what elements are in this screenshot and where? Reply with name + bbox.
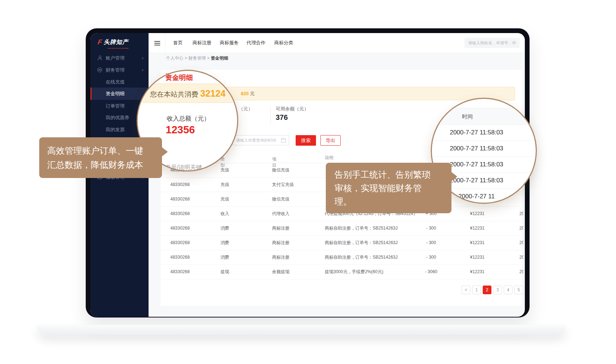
pagination-page-1[interactable]: 1 xyxy=(472,286,481,294)
breadcrumb-current: 资金明细 xyxy=(211,56,228,61)
banner-amount-unit: 元 xyxy=(249,91,255,96)
sidebar-item-label: 在线充值 xyxy=(106,76,125,88)
pagination-prev-button[interactable]: < xyxy=(462,286,470,294)
callout-line: 告别手工统计、告别繁琐 xyxy=(335,168,443,181)
cell-project: 商标注册 xyxy=(272,250,289,264)
sort-caret-icon: ∨ xyxy=(273,156,276,160)
cell-type: 收入 xyxy=(220,207,229,221)
pagination: < 1 2 3 4 5 xyxy=(462,286,523,294)
cell-project: 代理收入 xyxy=(272,207,289,221)
logo-tagline-dots xyxy=(108,48,128,49)
cell-time: 2000-7-27 11:58:03 xyxy=(519,236,523,250)
cell-amount: - 300 xyxy=(415,250,447,264)
cell-project: 商标注册 xyxy=(272,236,289,250)
callout-arrow-icon xyxy=(161,147,168,157)
cell-type: 充值 xyxy=(220,192,229,206)
sidebar-item-label: 我的发票 xyxy=(106,124,125,136)
sidebar-item-funds-detail[interactable]: 资金明细 xyxy=(90,88,149,100)
cell-order-no: 48330268 xyxy=(170,221,190,235)
tab-agent-cooperation[interactable]: 代理合作 xyxy=(247,33,266,53)
table-row: 48330268 消费 商标注册 商标自助注册，订单号：SB2514263J -… xyxy=(161,221,522,236)
lens-card-tab-magnified: 资金明细 xyxy=(165,73,193,82)
cell-time: 2000-7-27 11:58:03 xyxy=(519,207,523,221)
tab-trademark-register[interactable]: 商标注册 xyxy=(192,33,211,53)
cell-amount: - 300 xyxy=(415,236,447,250)
cell-balance: ¥12231 xyxy=(470,236,485,250)
topbar-divider xyxy=(165,33,165,53)
table-row: 48330268 消费 商标注册 商标自助注册，订单号：SB2514263J -… xyxy=(161,236,522,250)
topbar: 首页 商标注册 商标服务 代理合作 商标分类 xyxy=(149,33,525,53)
breadcrumb-path[interactable]: 个人中心 > 财务管理 > xyxy=(166,56,211,61)
pagination-page-5[interactable]: 5 xyxy=(514,286,523,294)
stage: F 头牌知产 账户管理 ∨ 财务管理 ∧ 在线充值 资金明细 订单管理 xyxy=(0,0,616,364)
sidebar-item-label: 资金明细 xyxy=(106,88,125,100)
tab-trademark-classify[interactable]: 商标分类 xyxy=(274,33,293,53)
breadcrumb: 个人中心 > 财务管理 > 资金明细 xyxy=(166,53,228,64)
cell-type: 消费 xyxy=(220,250,229,264)
lens-time-cell: 2000-7-27 11:58:03 xyxy=(432,125,536,141)
lens-banner-text: 您在本站共消费 32124 xyxy=(150,84,226,103)
stat-balance-label: 可用余额（元） xyxy=(276,106,309,112)
pagination-page-3[interactable]: 3 xyxy=(493,286,502,294)
sidebar-item-label: 订单管理 xyxy=(106,100,125,112)
cell-order-no: 48330268 xyxy=(170,236,190,250)
tab-trademark-service[interactable]: 商标服务 xyxy=(220,33,239,53)
cell-type: 充值 xyxy=(220,163,229,177)
export-button[interactable]: 导出 xyxy=(320,135,341,146)
cell-time: 2000-7-27 11:58:03 xyxy=(519,265,523,279)
cell-order-no: 48330268 xyxy=(170,250,190,264)
logo-flag-icon: F xyxy=(97,38,102,46)
cell-project: 微信充值 xyxy=(272,192,289,206)
cell-project: 支付宝充值 xyxy=(272,178,294,192)
cell-balance: ¥12231 xyxy=(470,265,485,279)
stat-middle-unit-label: （元） xyxy=(239,106,253,112)
cell-desc: 提现3000元，手续费2%(60元) xyxy=(325,265,430,279)
sidebar-item-account[interactable]: 账户管理 ∨ xyxy=(90,52,149,64)
sidebar-item-recharge[interactable]: 在线充值 xyxy=(90,76,149,88)
callout-line: 理。 xyxy=(335,195,443,208)
cell-desc: 商标自助注册，订单号：SB2514263J xyxy=(325,250,430,264)
tab-home[interactable]: 首页 xyxy=(173,33,183,53)
calendar-icon[interactable] xyxy=(281,138,286,143)
logo: F 头牌知产 xyxy=(98,38,129,46)
hamburger-menu-icon[interactable] xyxy=(154,41,160,42)
callout-line: 汇总数据，降低财务成本 xyxy=(47,158,154,172)
cell-type: 提现 xyxy=(220,265,229,279)
table-row: 48330268 消费 商标注册 商标自助注册，订单号：SB2514263J -… xyxy=(161,250,522,265)
callout-left: 高效管理账户订单、一键 汇总数据，降低财务成本 xyxy=(39,137,162,178)
cell-order-no: 48330268 xyxy=(170,178,190,192)
cell-type: 消费 xyxy=(220,236,229,250)
search-button[interactable]: 搜索 xyxy=(296,135,316,146)
date-query-input[interactable] xyxy=(232,135,289,145)
cell-desc: 商标自助注册，订单号：SB2514263J xyxy=(325,221,430,235)
sidebar-item-label: 账户管理 xyxy=(106,52,125,64)
lens-time-cell: 2000-7-27 11:58:03 xyxy=(432,141,536,157)
laptop-base xyxy=(36,325,567,335)
brand-name: 头牌知产 xyxy=(104,39,129,46)
pagination-page-2-active[interactable]: 2 xyxy=(483,286,491,294)
cell-desc: 商标自助注册，订单号：SB2514263J xyxy=(325,236,430,250)
sidebar-item-label: 财务管理 xyxy=(106,64,125,76)
pagination-page-4[interactable]: 4 xyxy=(504,286,512,294)
sidebar-item-label: 我的优惠券 xyxy=(106,112,129,124)
stat-divider xyxy=(270,106,271,125)
cell-project: 余额提现 xyxy=(272,265,289,279)
lens-banner-value: 32124 xyxy=(200,88,226,98)
cell-type: 消费 xyxy=(220,221,229,235)
user-icon xyxy=(97,56,102,60)
cell-amount: - 3060 xyxy=(415,265,447,279)
column-desc: 说明 xyxy=(325,155,333,161)
lens-banner-prefix: 您在本站共消费 xyxy=(150,90,200,98)
stat-balance-value: 376 xyxy=(276,113,288,122)
global-search-input[interactable] xyxy=(465,38,520,48)
lens-income-value: 12356 xyxy=(166,124,195,136)
lens-banner-band: 您在本站共消费 32124 xyxy=(138,84,237,103)
chevron-up-icon: ∧ xyxy=(141,64,144,76)
callout-right: 告别手工统计、告别繁琐 审核，实现智能财务管 理。 xyxy=(326,163,451,213)
sidebar-item-finance[interactable]: 财务管理 ∧ xyxy=(90,64,149,76)
finance-coin-icon xyxy=(97,68,102,72)
cell-order-no: 48330268 xyxy=(170,192,190,206)
cell-project: 商标注册 xyxy=(272,221,289,235)
callout-line: 审核，实现智能财务管 xyxy=(335,181,443,195)
lens-income-label: 收入总额（元） xyxy=(167,114,210,123)
